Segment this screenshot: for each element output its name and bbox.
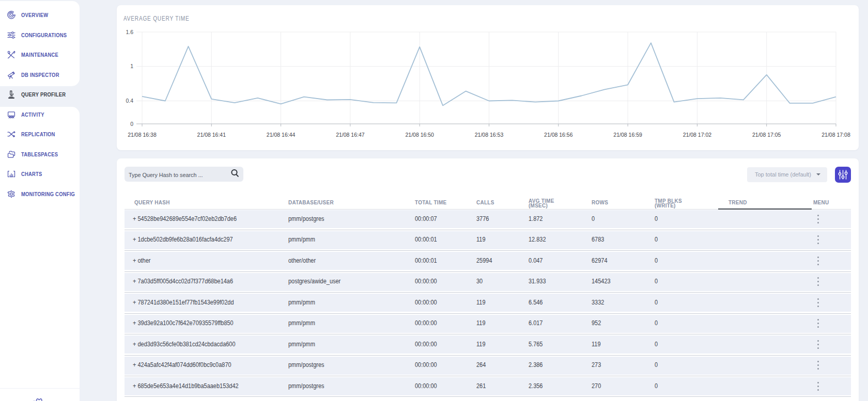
svg-text:21/08 17:08: 21/08 17:08 (822, 132, 850, 138)
svg-text:0: 0 (130, 121, 133, 127)
svg-text:1: 1 (130, 63, 133, 69)
svg-text:21/08 16:41: 21/08 16:41 (197, 132, 226, 138)
svg-text:21/08 16:59: 21/08 16:59 (613, 132, 642, 138)
svg-text:0.4: 0.4 (126, 98, 133, 104)
svg-text:21/08 16:44: 21/08 16:44 (267, 132, 296, 138)
svg-text:21/08 16:38: 21/08 16:38 (128, 132, 157, 138)
svg-text:21/08 17:02: 21/08 17:02 (683, 132, 712, 138)
svg-text:21/08 16:56: 21/08 16:56 (544, 132, 573, 138)
svg-text:21/08 16:47: 21/08 16:47 (336, 132, 365, 138)
svg-text:21/08 16:50: 21/08 16:50 (405, 132, 434, 138)
svg-text:21/08 16:53: 21/08 16:53 (475, 132, 504, 138)
svg-text:21/08 17:05: 21/08 17:05 (752, 132, 781, 138)
svg-text:1.6: 1.6 (126, 29, 133, 35)
